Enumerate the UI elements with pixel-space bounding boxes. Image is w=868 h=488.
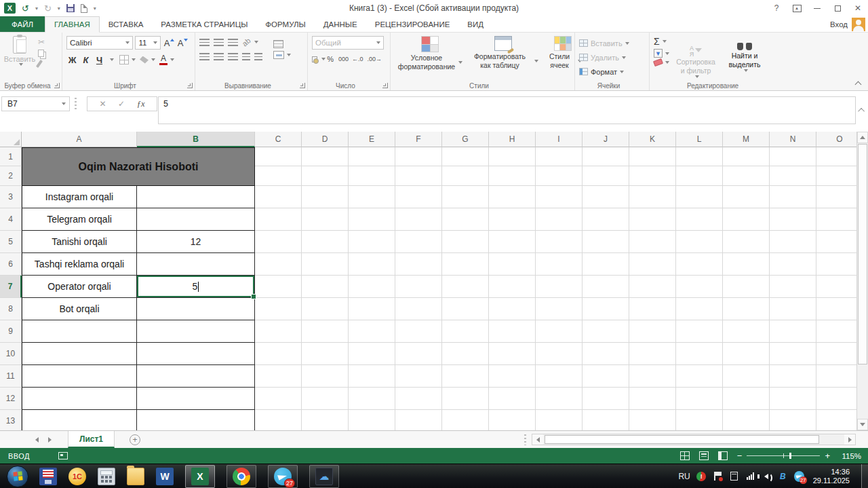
number-format-select[interactable]: Общий — [312, 36, 384, 50]
cell-M1[interactable] — [723, 147, 770, 166]
cell-H12[interactable] — [489, 388, 536, 410]
tab-file[interactable]: ФАЙЛ — [0, 16, 45, 32]
cell-C4[interactable] — [255, 208, 302, 231]
cell-A3[interactable]: Instagram orqali — [22, 186, 137, 208]
cell-N13[interactable] — [770, 410, 816, 430]
column-header-d[interactable]: D — [302, 132, 349, 147]
scroll-down-icon[interactable] — [857, 419, 868, 430]
cell-J9[interactable] — [583, 320, 629, 343]
start-button[interactable] — [7, 466, 28, 487]
sort-filter-button[interactable]: АЯ Сортировка и фильтр — [673, 45, 718, 78]
conditional-formatting-button[interactable]: Условное форматирование — [397, 36, 462, 80]
cell-M9[interactable] — [723, 320, 770, 343]
cell-F12[interactable] — [395, 388, 442, 410]
cell-I6[interactable] — [536, 253, 583, 276]
cell-E7[interactable] — [349, 276, 395, 298]
column-header-j[interactable]: J — [583, 132, 629, 147]
paste-button[interactable]: Вставить — [4, 36, 35, 80]
macro-record-icon[interactable] — [58, 452, 68, 459]
cell-C12[interactable] — [255, 388, 302, 410]
cell-M11[interactable] — [723, 365, 770, 388]
cell-G4[interactable] — [442, 208, 489, 231]
cell-M10[interactable] — [723, 343, 770, 365]
new-sheet-button[interactable]: + — [130, 434, 140, 445]
cell-O4[interactable] — [816, 208, 856, 231]
cell-B11[interactable] — [137, 365, 255, 388]
cell-D12[interactable] — [302, 388, 349, 410]
cell-L12[interactable] — [676, 388, 723, 410]
cell-K13[interactable] — [629, 410, 676, 430]
tab-insert[interactable]: ВСТАВКА — [100, 16, 153, 32]
cell-K2[interactable] — [629, 166, 676, 186]
cell-E1[interactable] — [349, 147, 395, 166]
formula-bar-splitter[interactable] — [75, 98, 77, 110]
cell-F8[interactable] — [395, 298, 442, 320]
cell-D13[interactable] — [302, 410, 349, 430]
cell-I7[interactable] — [536, 276, 583, 298]
cell-K5[interactable] — [629, 231, 676, 253]
cell-D5[interactable] — [302, 231, 349, 253]
cell-A10[interactable] — [22, 343, 137, 365]
undo-icon[interactable]: ↺ — [22, 4, 29, 13]
column-header-l[interactable]: L — [676, 132, 723, 147]
cell-B6[interactable] — [137, 253, 255, 276]
taskbar-chrome-button[interactable] — [226, 465, 256, 488]
cell-E3[interactable] — [349, 186, 395, 208]
cell-H5[interactable] — [489, 231, 536, 253]
cell-A12[interactable] — [22, 388, 137, 410]
cell-G13[interactable] — [442, 410, 489, 430]
sheet-tab-list1[interactable]: Лист1 — [68, 431, 115, 448]
cell-A5[interactable]: Tanishi orqali — [22, 231, 137, 253]
cell-K6[interactable] — [629, 253, 676, 276]
cell-J8[interactable] — [583, 298, 629, 320]
row-header-8[interactable]: 8 — [0, 298, 22, 320]
bluetooth-icon[interactable]: B — [778, 471, 788, 481]
tab-view[interactable]: ВИД — [458, 16, 492, 32]
cell-N3[interactable] — [770, 186, 816, 208]
cell-E11[interactable] — [349, 365, 395, 388]
column-header-f[interactable]: F — [395, 132, 442, 147]
redo-icon[interactable]: ↻ — [44, 4, 52, 13]
align-top-icon[interactable] — [199, 39, 210, 46]
cell-N2[interactable] — [770, 166, 816, 186]
cell-J4[interactable] — [583, 208, 629, 231]
row-header-4[interactable]: 4 — [0, 208, 22, 231]
antivirus-tray-icon[interactable]: ! — [696, 472, 706, 481]
cell-B9[interactable] — [137, 320, 255, 343]
column-header-n[interactable]: N — [770, 132, 816, 147]
row-header-3[interactable]: 3 — [0, 186, 22, 208]
cell-K8[interactable] — [629, 298, 676, 320]
cell-J2[interactable] — [583, 166, 629, 186]
redo-dropdown-icon[interactable]: ▾ — [58, 5, 60, 12]
cell-I13[interactable] — [536, 410, 583, 430]
cell-I9[interactable] — [536, 320, 583, 343]
cell-H11[interactable] — [489, 365, 536, 388]
cell-D1[interactable] — [302, 147, 349, 166]
cell-N7[interactable] — [770, 276, 816, 298]
cell-M6[interactable] — [723, 253, 770, 276]
cell-O6[interactable] — [816, 253, 856, 276]
font-size-select[interactable]: 11 — [135, 36, 161, 50]
row-header-2[interactable]: 2 — [0, 166, 22, 186]
cell-M2[interactable] — [723, 166, 770, 186]
cell-H2[interactable] — [489, 166, 536, 186]
cell-K9[interactable] — [629, 320, 676, 343]
select-all-corner[interactable] — [0, 132, 22, 147]
cell-K7[interactable] — [629, 276, 676, 298]
tab-page-layout[interactable]: РАЗМЕТКА СТРАНИЦЫ — [152, 16, 256, 32]
zoom-out-icon[interactable]: − — [737, 451, 743, 460]
cell-B5[interactable]: 12 — [137, 231, 255, 253]
close-button[interactable]: ✕ — [848, 0, 868, 16]
cell-L11[interactable] — [676, 365, 723, 388]
cell-L4[interactable] — [676, 208, 723, 231]
taskbar-cloud-button[interactable]: ☁ — [309, 465, 339, 488]
tab-data[interactable]: ДАННЫЕ — [315, 16, 366, 32]
cell-G3[interactable] — [442, 186, 489, 208]
column-header-k[interactable]: K — [629, 132, 676, 147]
column-header-a[interactable]: A — [22, 132, 137, 147]
tab-formulas[interactable]: ФОРМУЛЫ — [256, 16, 314, 32]
taskbar-1c-icon[interactable]: 1С — [68, 468, 86, 485]
cell-F2[interactable] — [395, 166, 442, 186]
cell-F11[interactable] — [395, 365, 442, 388]
ribbon-display-options-button[interactable]: ▴ — [787, 0, 807, 16]
